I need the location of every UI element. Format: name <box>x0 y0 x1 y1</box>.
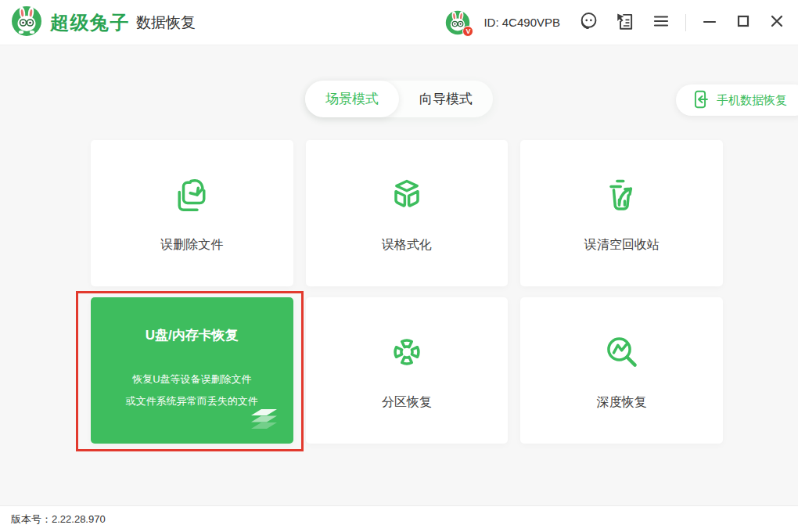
titlebar: 超级兔子 数据恢复 V ID: 4C490VPB <box>0 0 798 45</box>
card-formatted[interactable]: 误格式化 <box>306 140 509 286</box>
minimize-button[interactable] <box>699 11 720 34</box>
customer-service-button[interactable] <box>577 9 600 35</box>
main-menu-button[interactable] <box>650 10 672 34</box>
maximize-icon <box>735 13 752 32</box>
layers-icon <box>248 408 281 435</box>
mode-tabs: 场景模式 向导模式 <box>305 81 493 117</box>
phone-recovery-button[interactable]: 手机数据恢复 <box>676 84 798 116</box>
restore-file-icon <box>170 173 214 217</box>
recycle-bin-restore-icon <box>600 173 644 217</box>
vip-badge: V <box>462 26 473 37</box>
hamburger-menu-icon <box>652 12 670 33</box>
card-label: 分区恢复 <box>382 394 432 411</box>
user-id: ID: 4C490VPB <box>483 16 560 29</box>
main-content: 场景模式 向导模式 手机数据恢复 <box>0 45 798 505</box>
card-usb-memory-card-recovery[interactable]: U盘/内存卡恢复 恢复U盘等设备误删除文件 或文件系统异常而丢失的文件 <box>91 297 293 444</box>
card-title: U盘/内存卡恢复 <box>146 326 239 344</box>
maximize-button[interactable] <box>733 11 753 34</box>
phone-recovery-label: 手机数据恢复 <box>717 93 787 108</box>
brand-product: 数据恢复 <box>136 13 196 33</box>
brand-name: 超级兔子 <box>50 10 130 35</box>
close-icon <box>768 13 785 32</box>
titlebar-right: V ID: 4C490VPB <box>445 9 787 35</box>
card-description-line1: 恢复U盘等设备误删除文件 <box>126 368 258 390</box>
card-label: 深度恢复 <box>597 394 647 411</box>
card-label: 误格式化 <box>382 237 432 253</box>
statusbar: 版本号：2.22.28.970 <box>0 505 798 532</box>
cube-icon <box>385 173 429 217</box>
app-logo-rabbit-icon <box>11 5 42 40</box>
tab-wizard-mode[interactable]: 向导模式 <box>399 81 493 117</box>
card-label: 误删除文件 <box>160 237 223 253</box>
card-partition-recovery[interactable]: 分区恢复 <box>306 297 509 444</box>
app-window: 超级兔子 数据恢复 V ID: 4C490VPB <box>0 0 798 532</box>
titlebar-separator <box>685 14 686 31</box>
brand: 超级兔子 数据恢复 <box>11 5 196 40</box>
deep-scan-icon <box>600 330 644 374</box>
feedback-form-icon <box>615 11 635 34</box>
close-button[interactable] <box>767 11 787 34</box>
card-label: 误清空回收站 <box>584 237 660 253</box>
card-deep-recovery[interactable]: 深度恢复 <box>520 297 723 444</box>
user-avatar[interactable]: V <box>445 10 470 35</box>
phone-arrow-icon <box>690 89 710 112</box>
feedback-button[interactable] <box>613 9 637 35</box>
card-description: 恢复U盘等设备误删除文件 或文件系统异常而丢失的文件 <box>126 368 258 412</box>
recovery-cards-grid: 误删除文件 误格式化 <box>91 140 723 444</box>
card-deleted-files[interactable]: 误删除文件 <box>91 140 293 286</box>
minimize-icon <box>701 13 718 32</box>
tab-scene-mode[interactable]: 场景模式 <box>305 81 399 117</box>
partition-icon <box>385 330 429 374</box>
version-label: 版本号：2.22.28.970 <box>11 512 106 527</box>
headset-icon <box>578 11 598 34</box>
card-description-line2: 或文件系统异常而丢失的文件 <box>126 390 258 412</box>
card-emptied-recycle-bin[interactable]: 误清空回收站 <box>520 140 723 286</box>
